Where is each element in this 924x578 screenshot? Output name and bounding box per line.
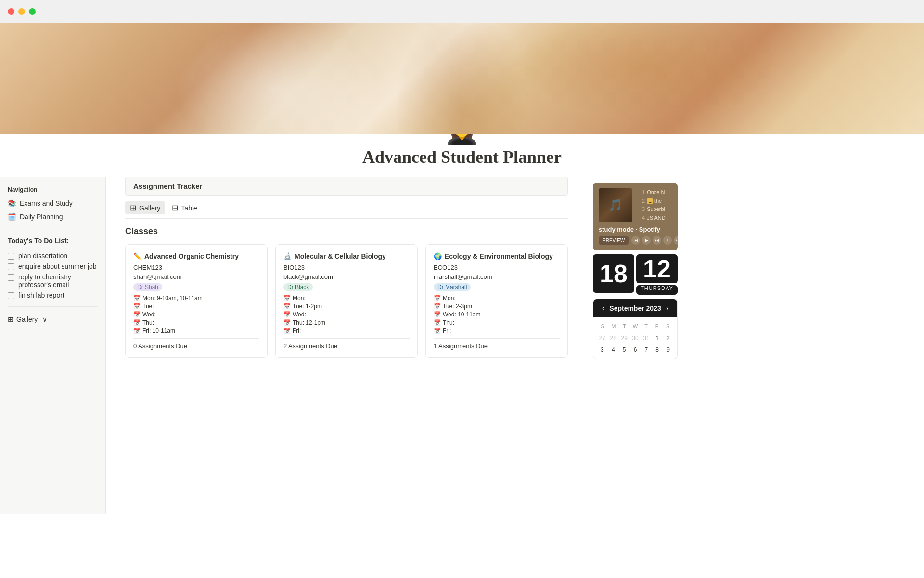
cal-day[interactable]: 29 [619,333,629,343]
sidebar-item-exams[interactable]: 📚 Exams and Study [4,197,102,210]
close-button[interactable] [8,8,14,15]
cal-day[interactable]: 4 [608,344,618,355]
chem-course-code: CHEM123 [133,264,259,271]
spotify-more-button[interactable]: ••• [674,236,678,245]
cal-day[interactable]: 28 [608,333,618,343]
cal-day[interactable]: 27 [597,333,607,343]
cal-day[interactable]: 9 [663,344,673,355]
bio-email: black@gmail.com [283,273,410,280]
minimize-button[interactable] [18,8,25,15]
calendar-title: September 2023 [609,304,661,312]
cal-day[interactable]: 2 [663,333,673,343]
spotify-track-4: 4JS AND [642,214,666,223]
bio-schedule-fri: 📅 Fri: [283,328,410,334]
todo-checkbox-1[interactable] [8,253,14,260]
cal-day[interactable]: 3 [597,344,607,355]
gallery-tab-label: Gallery [139,204,160,212]
spotify-thumbnail: 🎵 [599,188,632,222]
spotify-control-buttons: ⏮ ▶ ⏭ + ••• [631,236,678,245]
eco-schedule-thu: 📅 Thu: [434,319,560,326]
daily-icon: 🗓️ [8,213,16,221]
chem-icon: ✏️ [133,252,141,260]
eco-schedule-tue: 📅 Tue: 2-3pm [434,303,560,310]
calendar-widget: ‹ September 2023 › S M T W T F S 27 28 2… [593,299,678,359]
spotify-controls: PREVIEW ⏮ ▶ ⏭ + ••• [599,236,672,245]
calendar-prev-button[interactable]: ‹ [599,303,607,314]
todo-item: finish lab report [4,290,102,301]
page-layout: Navigation 📚 Exams and Study 🗓️ Daily Pl… [0,177,924,514]
spotify-track-1: 1Once N [642,188,666,197]
titlebar [0,0,924,23]
spotify-prev-button[interactable]: ⏮ [631,236,640,245]
chem-schedule-thu: 📅 Thu: [133,319,259,326]
exams-icon: 📚 [8,199,16,207]
cal-day[interactable]: 30 [630,333,641,343]
class-card-bio: 🔬 Molecular & Cellular Biology BIO123 bl… [275,244,418,358]
gallery-grid-icon: ⊞ [8,315,13,323]
class-card-chem: ✏️ Advanced Organic Chemistry CHEM123 sh… [125,244,268,358]
eco-email: marshall@gmail.com [434,273,560,280]
spotify-add-button[interactable]: + [663,236,672,245]
sidebar-divider [8,229,98,229]
cal-day[interactable]: 8 [652,344,662,355]
maximize-button[interactable] [29,8,36,15]
spotify-tracklist: 1Once N 2E the 3Superbl 4JS AND [642,188,666,222]
class-card-eco: 🌍 Ecology & Environmental Biology ECO123… [425,244,568,358]
cards-grid: ✏️ Advanced Organic Chemistry CHEM123 sh… [125,244,568,358]
todo-checkbox-3[interactable] [8,274,14,281]
sidebar-item-daily[interactable]: 🗓️ Daily Planning [4,210,102,223]
cal-day[interactable]: 1 [652,333,662,343]
tab-gallery[interactable]: ⊞ Gallery [125,201,165,214]
todo-item: enquire about summer job [4,261,102,272]
bio-schedule-mon: 📅 Mon: [283,295,410,302]
spotify-play-button[interactable]: ▶ [642,236,651,245]
gallery-tab-icon: ⊞ [130,203,136,212]
page-title: Advanced Student Planner [362,147,562,167]
calendar-days: 27 28 29 30 31 1 2 3 4 5 6 7 8 9 [597,333,673,355]
calendar-grid: S M T W T F S 27 28 29 30 31 1 2 3 [593,317,677,359]
view-tabs: ⊞ Gallery ⊟ Table [125,201,568,219]
clock-hour: 18 [593,254,634,293]
card-title-chem: ✏️ Advanced Organic Chemistry [133,252,259,260]
spotify-track-3: 3Superbl [642,205,666,214]
bio-professor-badge: Dr Black [283,283,313,291]
chevron-down-icon: ∨ [42,315,47,323]
clock-day: THURSDAY [636,285,678,295]
sidebar-gallery-label: Gallery [16,315,38,323]
calendar-header: ‹ September 2023 › [593,299,677,317]
todo-label-1: plan dissertation [18,252,67,260]
bio-assignments-due: 2 Assignments Due [283,338,410,350]
cal-day[interactable]: 6 [630,344,641,355]
spotify-playlist-name: study mode · Spotify [599,226,672,233]
todo-item: plan dissertation [4,250,102,261]
calendar-days-header: S M T W T F S [597,321,673,331]
chem-email: shah@gmail.com [133,273,259,280]
clock-widget: 18 12 THURSDAY [593,254,678,295]
todo-checkbox-2[interactable] [8,263,14,270]
spotify-next-button[interactable]: ⏭ [653,236,661,245]
todo-item: reply to chemistry professor's email [4,272,102,290]
tab-table[interactable]: ⊟ Table [167,201,202,214]
card-title-eco: 🌍 Ecology & Environmental Biology [434,252,560,260]
todo-title: Today's To Do List: [4,235,102,247]
sidebar-gallery-item[interactable]: ⊞ Gallery ∨ [4,313,102,326]
cal-day[interactable]: 7 [641,344,651,355]
sidebar-divider-2 [8,306,98,307]
spotify-widget: 🎵 1Once N 2E the 3Superbl 4JS AND study … [593,183,678,250]
spotify-preview-button[interactable]: PREVIEW [599,236,629,245]
spotify-thumb-inner: 🎵 [599,188,632,222]
cal-day[interactable]: 5 [619,344,629,355]
assignment-tracker-header: Assignment Tracker [125,177,568,196]
cal-day[interactable]: 31 [641,333,651,343]
bio-icon: 🔬 [283,252,292,260]
eco-schedule-wed: 📅 Wed: 10-11am [434,311,560,318]
todo-checkbox-4[interactable] [8,292,14,299]
eco-schedule-mon: 📅 Mon: [434,295,560,302]
todo-label-3: reply to chemistry professor's email [18,273,98,289]
chem-professor-badge: Dr Shah [133,283,162,291]
calendar-next-button[interactable]: › [663,303,671,314]
table-tab-label: Table [181,204,197,212]
bio-schedule-tue: 📅 Tue: 1-2pm [283,303,410,310]
eco-assignments-due: 1 Assignments Due [434,338,560,350]
clock-minute: 12 [636,254,678,283]
